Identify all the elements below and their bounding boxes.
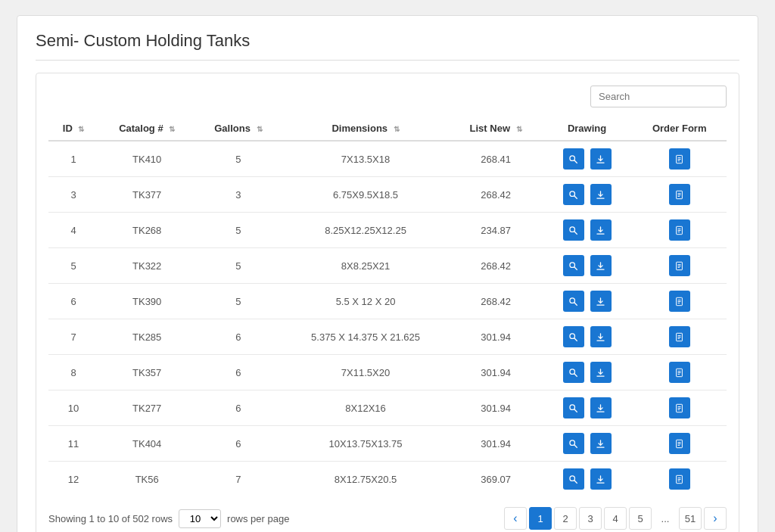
cell-order-form <box>632 248 727 284</box>
cell-order-form <box>632 177 727 213</box>
search-icon <box>568 154 578 164</box>
pagination-page-1[interactable]: 1 <box>529 507 552 530</box>
search-icon <box>568 297 578 306</box>
svg-point-24 <box>570 297 575 303</box>
col-gallons[interactable]: Gallons ⇅ <box>195 117 281 141</box>
document-icon <box>674 190 684 200</box>
table-row: 8 TK357 6 7X11.5X20 301.94 <box>48 355 727 390</box>
col-id[interactable]: ID ⇅ <box>48 117 98 141</box>
cell-drawing <box>542 390 633 426</box>
order-form-button[interactable] <box>669 397 690 418</box>
order-form-button[interactable] <box>669 148 690 170</box>
search-row <box>48 86 727 107</box>
pagination-page-5[interactable]: 5 <box>629 507 652 530</box>
drawing-search-button[interactable] <box>563 184 584 205</box>
svg-line-13 <box>574 231 577 234</box>
drawing-download-button[interactable] <box>590 362 612 383</box>
cell-catalog: TK285 <box>98 319 195 355</box>
svg-point-54 <box>570 475 575 481</box>
rows-per-page-label: rows per page <box>227 513 289 524</box>
cell-catalog: TK277 <box>98 390 195 426</box>
download-icon <box>596 403 605 413</box>
cell-gallons: 5 <box>195 248 281 284</box>
cell-gallons: 7 <box>195 462 281 497</box>
drawing-download-button[interactable] <box>590 148 612 170</box>
document-icon <box>674 332 684 342</box>
col-dimensions[interactable]: Dimensions ⇅ <box>282 117 450 141</box>
svg-line-19 <box>574 266 577 269</box>
order-form-button[interactable] <box>669 255 690 276</box>
svg-point-30 <box>570 333 575 338</box>
showing-text: Showing 1 to 10 of 502 rows <box>48 513 173 524</box>
document-icon <box>674 368 684 378</box>
svg-line-43 <box>574 409 577 412</box>
cell-list-new: 301.94 <box>450 390 542 426</box>
drawing-search-button[interactable] <box>563 255 584 276</box>
order-form-button[interactable] <box>669 468 690 490</box>
download-icon <box>596 297 605 306</box>
drawing-search-button[interactable] <box>563 468 584 490</box>
svg-point-18 <box>570 262 575 267</box>
svg-point-36 <box>570 369 575 374</box>
drawing-search-button[interactable] <box>563 291 584 312</box>
cell-order-form <box>632 462 727 497</box>
order-form-button[interactable] <box>669 362 690 383</box>
drawing-download-button[interactable] <box>590 255 612 276</box>
order-form-button[interactable] <box>669 291 690 312</box>
drawing-download-button[interactable] <box>590 397 612 418</box>
svg-point-48 <box>570 440 575 445</box>
cell-drawing <box>542 141 633 177</box>
svg-point-0 <box>570 155 575 160</box>
cell-gallons: 5 <box>195 284 281 319</box>
table-body: 1 TK410 5 7X13.5X18 268.41 <box>48 141 727 496</box>
download-icon <box>596 261 605 271</box>
cell-list-new: 268.42 <box>450 248 542 284</box>
pagination-next[interactable]: › <box>704 507 727 530</box>
svg-point-6 <box>570 191 575 196</box>
cell-id: 11 <box>48 426 98 462</box>
pagination-page-3[interactable]: 3 <box>579 507 602 530</box>
drawing-download-button[interactable] <box>590 291 612 312</box>
header-row: ID ⇅ Catalog # ⇅ Gallons ⇅ Dimensions ⇅ … <box>48 117 727 141</box>
drawing-download-button[interactable] <box>590 184 612 205</box>
search-input[interactable] <box>590 86 727 107</box>
cell-dimensions: 5.5 X 12 X 20 <box>282 284 450 319</box>
search-icon <box>568 439 578 449</box>
cell-drawing <box>542 177 633 213</box>
drawing-download-button[interactable] <box>590 433 612 454</box>
pagination-prev[interactable]: ‹ <box>504 507 527 530</box>
drawing-download-button[interactable] <box>590 219 612 241</box>
cell-dimensions: 5.375 X 14.375 X 21.625 <box>282 319 450 355</box>
download-icon <box>596 190 605 200</box>
document-icon <box>674 403 684 413</box>
order-form-button[interactable] <box>669 184 690 205</box>
table-row: 11 TK404 6 10X13.75X13.75 301.94 <box>48 426 727 462</box>
table-row: 12 TK56 7 8X12.75X20.5 369.07 <box>48 462 727 497</box>
drawing-download-button[interactable] <box>590 468 612 490</box>
order-form-button[interactable] <box>669 326 690 347</box>
drawing-search-button[interactable] <box>563 219 584 241</box>
drawing-search-button[interactable] <box>563 148 584 170</box>
pagination-page-2[interactable]: 2 <box>554 507 577 530</box>
pagination-page-4[interactable]: 4 <box>604 507 627 530</box>
cell-list-new: 268.42 <box>450 284 542 319</box>
cell-gallons: 6 <box>195 390 281 426</box>
sort-icon-catalog: ⇅ <box>169 125 175 133</box>
order-form-button[interactable] <box>669 219 690 241</box>
col-list-new[interactable]: List New ⇅ <box>450 117 542 141</box>
cell-id: 3 <box>48 177 98 213</box>
cell-catalog: TK390 <box>98 284 195 319</box>
drawing-search-button[interactable] <box>563 326 584 347</box>
col-catalog[interactable]: Catalog # ⇅ <box>98 117 195 141</box>
drawing-download-button[interactable] <box>590 326 612 347</box>
drawing-search-button[interactable] <box>563 397 584 418</box>
order-form-button[interactable] <box>669 433 690 454</box>
drawing-search-button[interactable] <box>563 362 584 383</box>
drawing-search-button[interactable] <box>563 433 584 454</box>
pagination-page-51[interactable]: 51 <box>679 507 702 530</box>
document-icon <box>674 474 684 484</box>
rows-per-page-select[interactable]: 10 25 50 100 <box>179 509 221 528</box>
cell-list-new: 268.42 <box>450 177 542 213</box>
table-row: 7 TK285 6 5.375 X 14.375 X 21.625 301.94 <box>48 319 727 355</box>
svg-point-42 <box>570 404 575 409</box>
